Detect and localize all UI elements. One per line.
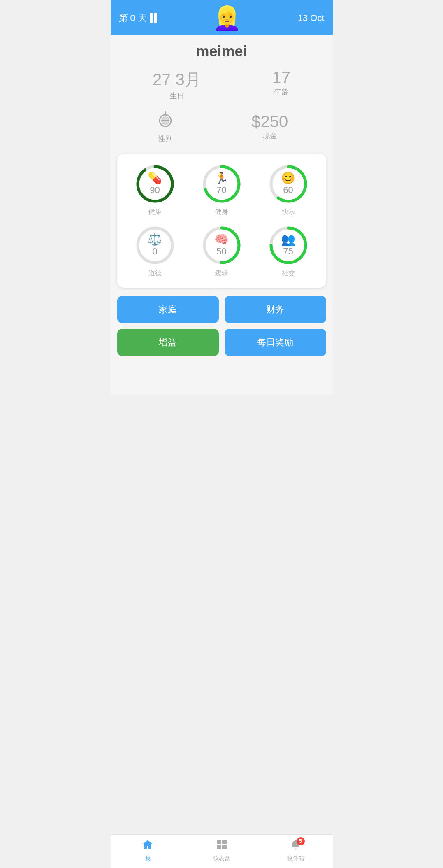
stat-label-happiness: 快乐 xyxy=(257,208,320,216)
day-label: 第 0 天 xyxy=(119,12,147,24)
daily-reward-button[interactable]: 每日奖励 xyxy=(225,329,326,356)
stats-grid: 💊 90 健康 🏃 70 健身 xyxy=(124,163,320,278)
stat-value-social: 75 xyxy=(283,246,293,256)
day-info: 第 0 天 xyxy=(119,12,157,24)
svg-point-20 xyxy=(295,849,297,850)
main-buttons-row: 家庭 财务 xyxy=(117,296,326,323)
nav-me-label: 我 xyxy=(111,855,185,862)
date-display: 13 Oct xyxy=(298,13,325,23)
stat-label-fitness: 健身 xyxy=(190,208,253,216)
cash-block: $250 现金 xyxy=(251,112,288,141)
nav-dashboard[interactable]: 仪表盘 xyxy=(185,839,259,862)
birthday-block: 27 3月 生日 xyxy=(153,68,201,101)
boost-button[interactable]: 增益 xyxy=(117,329,219,356)
stat-emoji-social: 👥 xyxy=(281,234,295,245)
bell-icon: 5 xyxy=(290,839,302,853)
cash-label: 现金 xyxy=(251,131,288,141)
birthday-value: 27 3月 xyxy=(153,68,201,91)
svg-rect-18 xyxy=(217,845,221,849)
secondary-buttons-row: 增益 每日奖励 xyxy=(117,329,326,356)
main-content: meimei 27 3月 生日 17 年龄 性别 $250 现金 xyxy=(111,35,333,395)
stat-emoji-health: 💊 xyxy=(148,172,162,184)
stat-emoji-fitness: 🏃 xyxy=(214,172,229,184)
stat-emoji-logic: 🧠 xyxy=(214,234,229,245)
profile-info: 性别 $250 现金 xyxy=(117,109,326,144)
svg-rect-16 xyxy=(217,840,221,844)
stats-card: 💊 90 健康 🏃 70 健身 xyxy=(117,154,326,288)
family-button[interactable]: 家庭 xyxy=(117,296,219,323)
nav-dashboard-label: 仪表盘 xyxy=(185,855,259,862)
stat-label-social: 社交 xyxy=(257,269,320,278)
stat-value-happiness: 60 xyxy=(283,185,293,195)
app-header: 第 0 天 👱‍♀️ 13 Oct xyxy=(111,0,333,35)
gender-block: 性别 xyxy=(155,109,176,144)
home-icon xyxy=(111,839,185,853)
birthday-label: 生日 xyxy=(153,91,201,101)
circle-health: 💊 90 xyxy=(135,163,176,205)
nav-me[interactable]: 我 xyxy=(111,839,185,862)
stat-value-fitness: 70 xyxy=(216,185,226,195)
svg-rect-17 xyxy=(222,840,227,844)
gender-icon xyxy=(155,109,176,130)
stat-morality: ⚖️ 0 道德 xyxy=(124,225,186,278)
stat-label-health: 健康 xyxy=(124,208,186,216)
stat-emoji-happiness: 😊 xyxy=(281,172,295,184)
finance-button[interactable]: 财务 xyxy=(225,296,326,323)
stat-value-health: 90 xyxy=(150,185,160,195)
dashboard-icon xyxy=(185,839,259,853)
stat-emoji-morality: ⚖️ xyxy=(148,234,162,245)
stat-value-logic: 50 xyxy=(216,246,226,256)
stat-value-morality: 0 xyxy=(152,246,157,256)
nav-inbox-label: 收件箱 xyxy=(259,855,333,862)
circle-happiness: 😊 60 xyxy=(268,163,309,205)
inbox-badge: 5 xyxy=(297,837,305,845)
nav-inbox[interactable]: 5 收件箱 xyxy=(259,839,333,862)
stat-logic: 🧠 50 逻辑 xyxy=(190,225,253,278)
age-block: 17 年龄 xyxy=(272,68,291,101)
circle-social: 👥 75 xyxy=(268,225,309,266)
avatar: 👱‍♀️ xyxy=(213,7,241,30)
bottom-nav: 我 仪表盘 5 收件箱 xyxy=(111,834,333,868)
svg-rect-19 xyxy=(222,845,227,849)
stat-label-morality: 道德 xyxy=(124,269,186,278)
age-label: 年龄 xyxy=(272,87,291,97)
stat-social: 👥 75 社交 xyxy=(257,225,320,278)
circle-morality: ⚖️ 0 xyxy=(135,225,176,266)
cash-value: $250 xyxy=(251,112,288,131)
profile-name: meimei xyxy=(117,43,326,60)
stat-fitness: 🏃 70 健身 xyxy=(190,163,253,216)
pause-icon[interactable] xyxy=(150,13,157,23)
gender-label: 性别 xyxy=(155,134,176,144)
profile-stats: 27 3月 生日 17 年龄 xyxy=(117,68,326,101)
circle-logic: 🧠 50 xyxy=(201,225,242,266)
stat-happiness: 😊 60 快乐 xyxy=(257,163,320,216)
stat-label-logic: 逻辑 xyxy=(190,269,253,278)
age-value: 17 xyxy=(272,68,291,87)
stat-health: 💊 90 健康 xyxy=(124,163,186,216)
circle-fitness: 🏃 70 xyxy=(201,163,242,205)
